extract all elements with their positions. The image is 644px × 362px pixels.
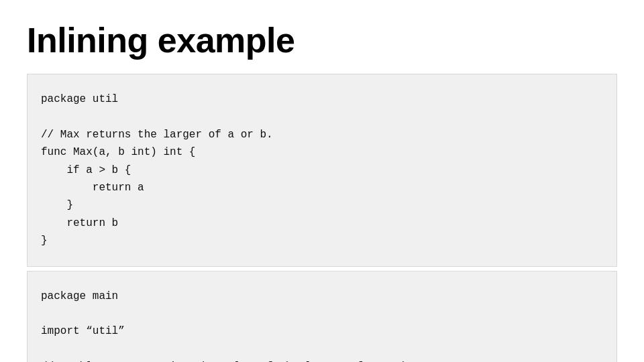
code-block-util: package util // Max returns the larger o… (27, 74, 617, 267)
code-block-main: package main import “util” // Double ret… (27, 271, 617, 362)
code-content-util: package util // Max returns the larger o… (41, 90, 603, 250)
page-title: Inlining example (27, 20, 617, 60)
code-content-main: package main import “util” // Double ret… (41, 288, 603, 362)
